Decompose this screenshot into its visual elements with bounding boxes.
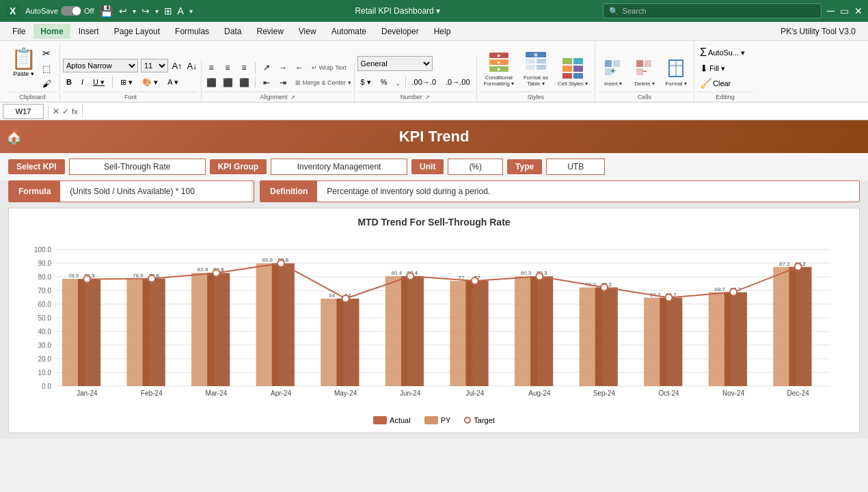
styles-group: ▶ ▶ ▶ ConditionalFormatting ▾ ▦ <box>477 41 596 102</box>
minimize-icon[interactable]: ─ <box>827 5 835 17</box>
underline-button[interactable]: U ▾ <box>90 75 108 89</box>
font-family-select[interactable]: Aptos Narrow <box>63 59 138 72</box>
autosave-off: Off <box>84 7 94 15</box>
search-box[interactable]: 🔍 Search <box>603 3 822 18</box>
number-format-select[interactable]: General Number Currency Accounting Short… <box>357 56 433 71</box>
svg-point-115 <box>342 295 349 302</box>
clipboard-label: Clipboard <box>8 92 57 102</box>
menu-insert[interactable]: Insert <box>72 24 106 39</box>
border-button[interactable]: ⊞ ▾ <box>117 75 136 89</box>
menu-automate[interactable]: Automate <box>325 24 373 39</box>
svg-text:0.0: 0.0 <box>42 383 51 390</box>
autosave-area: AutoSave Off <box>25 6 94 16</box>
autosum-btn[interactable]: Σ AutoSu... ▾ <box>697 45 748 60</box>
svg-point-119 <box>601 284 608 291</box>
menu-help[interactable]: Help <box>427 24 458 39</box>
styles-label: Styles <box>480 92 593 102</box>
insert-btn[interactable]: + Insert ▾ <box>598 41 628 90</box>
confirm-formula-btn[interactable]: ✓ <box>62 107 69 116</box>
svg-rect-97 <box>660 298 682 386</box>
increase-decimal-btn[interactable]: .0→.00 <box>442 75 473 89</box>
fill-btn[interactable]: ⬇ Fill ▾ <box>697 62 728 75</box>
grid-icon[interactable]: ⊞ <box>164 5 172 16</box>
save-icon[interactable]: 💾 <box>100 5 113 18</box>
menu-page-layout[interactable]: Page Layout <box>107 24 167 39</box>
align-left-btn[interactable]: ⬛ <box>204 77 218 89</box>
percent-btn[interactable]: % <box>377 75 391 89</box>
svg-text:80.3: 80.3 <box>521 270 532 276</box>
indent-btn[interactable]: → <box>276 62 290 74</box>
restore-icon[interactable]: ▭ <box>840 5 849 16</box>
menu-formulas[interactable]: Formulas <box>168 24 216 39</box>
delete-icon: − <box>634 57 655 79</box>
cell-styles-btn[interactable]: Cell Styles ▾ <box>554 41 592 90</box>
more-commands[interactable]: ▾ <box>189 8 193 15</box>
redo-icon[interactable]: ↪ <box>141 5 150 16</box>
align-top-center-btn[interactable]: ≡ <box>221 62 234 74</box>
alignment-row-1: ≡ ≡ ≡ ↗ → ← ↵ Wrap Text <box>204 62 347 74</box>
home-button[interactable]: 🏠 <box>5 128 23 145</box>
unit-value[interactable]: (%) <box>448 159 503 175</box>
customize-qat[interactable]: ▾ <box>155 8 159 15</box>
decrease-indent-btn[interactable]: ⇤ <box>260 77 273 89</box>
cell-reference-input[interactable] <box>3 104 44 119</box>
increase-font-btn[interactable]: A↑ <box>171 59 183 72</box>
copy-button[interactable]: ⬚ <box>40 62 53 74</box>
kpi-value-display[interactable]: Sell-Through Rate <box>69 159 206 175</box>
menu-data[interactable]: Data <box>217 24 248 39</box>
cancel-formula-btn[interactable]: ✕ <box>53 107 59 116</box>
conditional-formatting-btn[interactable]: ▶ ▶ ▶ ConditionalFormatting ▾ <box>480 41 518 90</box>
main-content: 🏠 KPI Trend Select KPI Sell-Through Rate… <box>0 120 868 439</box>
wrap-text-btn[interactable]: ↵ Wrap Text <box>312 64 347 71</box>
font-color-button[interactable]: A ▾ <box>164 75 182 89</box>
comma-btn[interactable]: , <box>394 75 403 89</box>
font-size-select[interactable]: 11 <box>141 59 168 72</box>
kpi-group-value[interactable]: Inventory Management <box>271 159 407 175</box>
svg-text:60.0: 60.0 <box>38 301 52 308</box>
cut-button[interactable]: ✂ <box>40 47 53 59</box>
align-top-right-btn[interactable]: ≡ <box>237 62 251 74</box>
clear-btn[interactable]: 🧹 Clear <box>697 77 733 90</box>
fill-color-button[interactable]: 🎨 ▾ <box>139 75 161 89</box>
undo-dropdown[interactable]: ▾ <box>133 8 136 15</box>
menu-home[interactable]: Home <box>33 24 70 39</box>
align-center-btn[interactable]: ⬛ <box>221 77 234 89</box>
styles-content: ▶ ▶ ▶ ConditionalFormatting ▾ ▦ <box>480 41 593 90</box>
close-icon[interactable]: ✕ <box>854 5 863 16</box>
italic-button[interactable]: I <box>78 75 87 89</box>
currency-btn[interactable]: $ ▾ <box>357 75 375 89</box>
decrease-font-btn[interactable]: A↓ <box>186 59 198 72</box>
insert-function-btn[interactable]: fx <box>72 107 78 115</box>
formula-input[interactable] <box>87 104 865 119</box>
format-painter-button[interactable]: 🖌 <box>40 77 53 90</box>
type-value[interactable]: UTB <box>546 159 605 175</box>
svg-point-111 <box>83 275 90 282</box>
decrease-decimal-btn[interactable]: .00→.0 <box>409 75 439 89</box>
menu-view[interactable]: View <box>292 24 323 39</box>
svg-point-116 <box>407 273 413 279</box>
text-direction-btn[interactable]: ↗ <box>260 62 273 74</box>
align-right-btn[interactable]: ⬛ <box>237 77 251 89</box>
bold-button[interactable]: B <box>63 75 75 89</box>
format-as-table-btn[interactable]: ▦ Format asTable ▾ <box>519 41 552 90</box>
menu-developer[interactable]: Developer <box>375 24 426 39</box>
formula-divider-2 <box>82 105 83 118</box>
format-btn[interactable]: Format ▾ <box>661 41 691 90</box>
formula-definition-row: Formula (Units Sold / Units Available) *… <box>8 180 860 202</box>
conditional-formatting-label: ConditionalFormatting ▾ <box>484 74 514 87</box>
ribbon: 📋 Paste ▾ ✂ ⬚ 🖌 Clipboard Aptos Narrow 1… <box>0 41 868 102</box>
menu-pk-tool[interactable]: PK's Utility Tool V3.0 <box>774 24 863 39</box>
paste-button[interactable]: 📋 Paste ▾ <box>8 44 39 80</box>
menu-file[interactable]: File <box>5 24 32 39</box>
merge-center-btn[interactable]: ⊞ Merge & Center ▾ <box>295 79 351 86</box>
outdent-btn[interactable]: ← <box>293 62 306 74</box>
increase-indent-btn[interactable]: ⇥ <box>276 77 290 89</box>
legend-target-label: Target <box>474 416 495 424</box>
menu-review[interactable]: Review <box>249 24 290 39</box>
delete-btn[interactable]: − Delete ▾ <box>629 41 660 90</box>
font-color-icon[interactable]: A <box>178 5 184 16</box>
svg-text:+: + <box>610 66 615 76</box>
autosave-toggle[interactable] <box>61 6 81 16</box>
undo-icon[interactable]: ↩ <box>119 5 127 16</box>
align-top-left-btn[interactable]: ≡ <box>204 62 218 74</box>
